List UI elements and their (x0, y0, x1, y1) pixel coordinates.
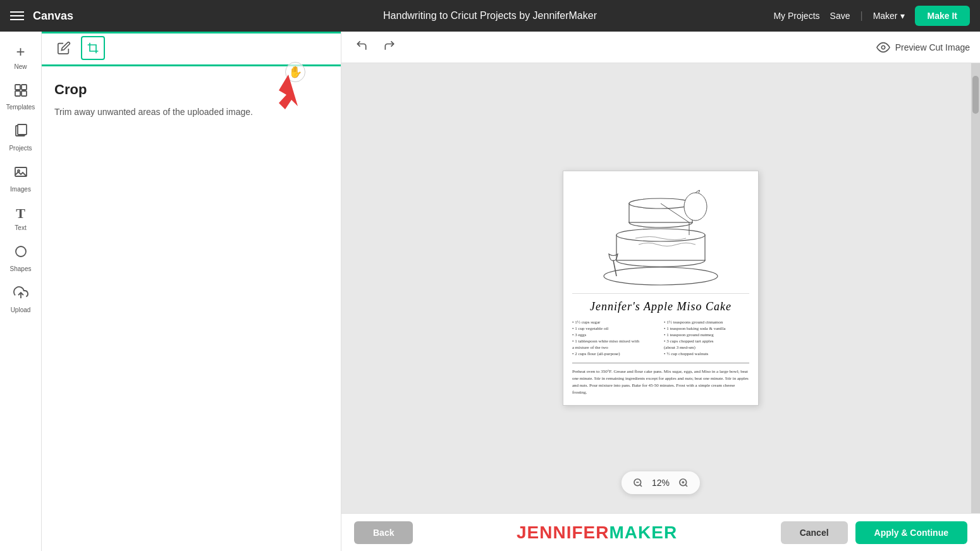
canvas-toolbar: Preview Cut Image (341, 32, 980, 63)
svg-point-15 (616, 229, 705, 241)
ingredient-item: • 2 cups flour (all-purpose) (572, 351, 658, 356)
scrollbar-thumb[interactable] (972, 76, 979, 114)
svg-line-27 (685, 485, 687, 487)
panel-description: Trim away unwanted areas of the uploaded… (54, 106, 328, 119)
preview-cut-label: Preview Cut Image (895, 42, 970, 52)
zoom-in-button[interactable] (676, 475, 691, 490)
sidebar-item-projects[interactable]: Projects (2, 118, 40, 157)
sidebar-item-projects-label: Projects (9, 145, 32, 152)
upload-icon (13, 285, 28, 304)
canvas-scrollbar[interactable] (971, 63, 980, 513)
ingredient-item: • 3 eggs (572, 332, 658, 337)
recipe-divider (572, 363, 749, 363)
nav-right-controls: My Projects Save | Maker ▾ Make It (773, 6, 970, 26)
ingredient-item: • 1 teaspoon baking soda & vanilla (664, 326, 749, 331)
apply-continue-button[interactable]: Apply & Continue (855, 521, 967, 544)
svg-rect-3 (21, 91, 27, 96)
plus-icon: + (16, 43, 25, 61)
ingredient-item: • ½ cup chopped walnuts (664, 351, 749, 356)
undo-button[interactable] (352, 35, 372, 59)
ingredient-item: • 3 cups chopped tart apples (664, 339, 749, 344)
sidebar-item-upload[interactable]: Upload (2, 280, 40, 318)
shapes-icon (13, 244, 28, 263)
sidebar-item-images-label: Images (10, 186, 31, 193)
jennifermaker-logo: JENNIFERMAKER (517, 523, 677, 543)
svg-line-24 (640, 485, 642, 487)
recipe-instructions: Preheat oven to 350°F. Grease and flour … (572, 368, 749, 397)
ingredient-item: • 1 tablespoon white miso mixed with (572, 339, 658, 344)
document-title: Handwriting to Cricut Projects by Jennif… (383, 10, 597, 21)
zoom-controls: 12% (622, 471, 700, 494)
text-icon: T (16, 205, 25, 222)
panel-toolbar (42, 32, 341, 66)
cancel-button[interactable]: Cancel (781, 521, 848, 544)
projects-icon (13, 123, 28, 142)
maker-part: MAKER (609, 523, 677, 542)
hamburger-menu[interactable] (10, 11, 24, 20)
svg-rect-5 (18, 124, 27, 135)
crop-icon-button[interactable] (81, 36, 105, 60)
svg-rect-1 (21, 85, 27, 90)
preview-cut-button[interactable]: Preview Cut Image (876, 40, 970, 54)
edit-icon-button[interactable] (52, 36, 76, 60)
sidebar-item-images[interactable]: Images (2, 159, 40, 198)
crop-panel: Crop Trim away unwanted areas of the upl… (42, 32, 341, 551)
sidebar-item-new[interactable]: + New (2, 38, 40, 75)
my-projects-link[interactable]: My Projects (773, 11, 819, 21)
zoom-out-button[interactable] (630, 475, 646, 490)
recipe-sketch (572, 180, 749, 294)
svg-point-11 (881, 45, 885, 49)
ingredient-item: • 1 cup vegetable oil (572, 326, 658, 331)
ingredient-item: • 1½ teaspoons ground cinnamon (664, 320, 749, 325)
sidebar-item-new-label: New (14, 63, 27, 70)
back-button[interactable]: Back (354, 521, 413, 544)
left-sidebar: + New Templates Projects (0, 32, 42, 551)
recipe-title: Jennifer's Apple Miso Cake (572, 300, 749, 313)
maker-label: Maker (873, 11, 898, 21)
sidebar-item-text[interactable]: T Text (2, 200, 40, 236)
jennifer-part: JENNIFER (517, 523, 609, 542)
make-it-button[interactable]: Make It (915, 6, 970, 26)
sidebar-item-templates[interactable]: Templates (2, 78, 40, 116)
canvas-area: Preview Cut Image (341, 32, 980, 551)
svg-point-12 (604, 267, 718, 285)
templates-icon (13, 83, 28, 101)
images-icon (13, 164, 28, 183)
svg-rect-0 (15, 85, 20, 90)
svg-point-8 (16, 246, 26, 257)
sidebar-item-templates-label: Templates (6, 104, 35, 111)
canvas-content[interactable]: Jennifer's Apple Miso Cake • 1½ cups sug… (341, 63, 980, 513)
main-layout: + New Templates Projects (0, 32, 980, 551)
app-logo: Canvas (33, 9, 73, 23)
nav-divider: | (860, 10, 862, 21)
chevron-down-icon: ▾ (900, 11, 905, 21)
bottom-bar: Back JENNIFERMAKER Cancel Apply & Contin… (341, 513, 980, 551)
ingredient-item: • 1½ cups sugar (572, 320, 658, 325)
svg-point-21 (684, 193, 707, 221)
sidebar-item-upload-label: Upload (11, 306, 31, 313)
redo-button[interactable] (379, 35, 400, 59)
svg-rect-2 (15, 91, 20, 96)
ingredient-item: • 1 teaspoon ground nutmeg (664, 332, 749, 337)
zoom-value: 12% (652, 478, 670, 488)
sidebar-item-shapes[interactable]: Shapes (2, 239, 40, 277)
save-button[interactable]: Save (830, 11, 850, 21)
eye-icon (876, 40, 890, 54)
ingredient-item: a mixture of the two (572, 345, 658, 350)
ingredient-item: (about 3 med-sm) (664, 345, 749, 350)
sidebar-item-shapes-label: Shapes (10, 265, 32, 272)
panel-content: Crop Trim away unwanted areas of the upl… (42, 66, 341, 134)
recipe-ingredients: • 1½ cups sugar • 1½ teaspoons ground ci… (572, 320, 749, 356)
maker-dropdown[interactable]: Maker ▾ (873, 11, 905, 21)
bottom-right-controls: Cancel Apply & Continue (781, 521, 967, 544)
top-navigation: Canvas Handwriting to Cricut Projects by… (0, 0, 980, 32)
svg-line-22 (613, 260, 616, 276)
sidebar-item-text-label: Text (15, 224, 26, 231)
recipe-card: Jennifer's Apple Miso Cake • 1½ cups sug… (563, 171, 759, 406)
panel-heading: Crop (54, 82, 328, 98)
